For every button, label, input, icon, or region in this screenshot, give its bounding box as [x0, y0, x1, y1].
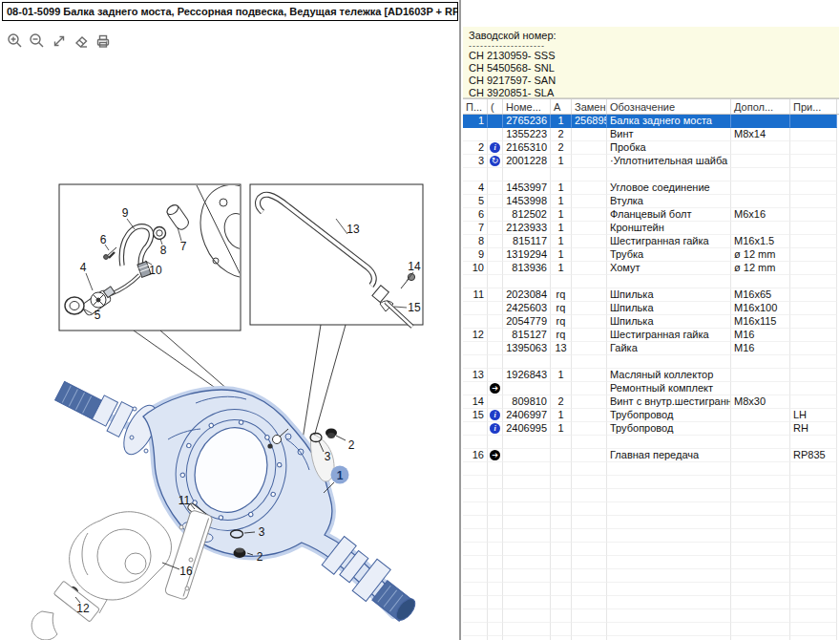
info-icon[interactable]: i: [490, 423, 500, 434]
table-row[interactable]: 2054779rqШпилькаM16x115: [463, 315, 839, 329]
diagram-callout-8[interactable]: 8: [160, 244, 167, 257]
cell-icon: [488, 355, 503, 369]
table-row[interactable]: ➔Ремонтный комплект: [463, 382, 839, 395]
cell-pos: 16: [463, 449, 488, 462]
cell-note: [790, 556, 837, 569]
diagram-callout-2[interactable]: 2: [257, 550, 263, 564]
table-row[interactable]: [463, 636, 839, 640]
table-row[interactable]: 2425603rqШпилькаM16x100: [463, 302, 839, 315]
diagram-callout-13[interactable]: 13: [346, 223, 359, 236]
table-row[interactable]: 1319268431Масляный коллектор: [463, 369, 839, 382]
table-row[interactable]: [463, 609, 839, 623]
table-row[interactable]: 1276523612568957Балка заднего моста: [463, 115, 839, 128]
column-header-7[interactable]: При...: [790, 99, 837, 114]
diagram-callout-9[interactable]: 9: [122, 206, 129, 220]
table-row[interactable]: [463, 476, 839, 489]
diagram-callout-1[interactable]: 1: [331, 466, 349, 484]
diagram-callout-6[interactable]: 6: [100, 233, 107, 246]
table-row[interactable]: i24069951ТрубопроводRH: [463, 422, 839, 436]
diagram-callout-16[interactable]: 16: [179, 565, 192, 578]
cell-pos: [463, 516, 488, 529]
cell-designation: Фланцевый болт: [607, 208, 731, 222]
table-row[interactable]: [463, 569, 839, 583]
cell-note: [790, 382, 837, 395]
cell-icon: [488, 315, 503, 329]
table-row[interactable]: [463, 436, 839, 449]
cell-note: [790, 583, 837, 596]
cell-number: 2406997: [503, 409, 551, 422]
replace-icon[interactable]: ↻: [490, 156, 500, 166]
column-header-1[interactable]: (: [488, 99, 503, 114]
table-row[interactable]: [463, 462, 839, 476]
table-row[interactable]: 68125021Фланцевый болтM6x16: [463, 208, 839, 222]
cell-replaced: [572, 195, 607, 208]
cell-icon: [488, 395, 503, 409]
cell-icon: [488, 609, 503, 623]
column-header-6[interactable]: Допол...: [731, 99, 790, 114]
table-row[interactable]: 112023084rqШпилькаM16x65: [463, 288, 839, 302]
table-row[interactable]: [463, 275, 839, 288]
table-row[interactable]: [463, 516, 839, 529]
diagram-callout-5[interactable]: 5: [94, 309, 101, 322]
cell-replaced: [572, 181, 607, 195]
table-row[interactable]: [463, 596, 839, 609]
cell-qty: 1: [551, 222, 572, 235]
diagram-callout-11[interactable]: 11: [178, 494, 190, 507]
table-row[interactable]: 139506313ГайкаM16: [463, 342, 839, 355]
axle-diagram[interactable]: 9687410513141523111321612: [0, 29, 458, 640]
diagram-callout-3[interactable]: 3: [259, 525, 265, 539]
diagram-callout-14[interactable]: 14: [408, 260, 420, 273]
table-row[interactable]: [463, 543, 839, 556]
exchange-icon[interactable]: ➔: [490, 383, 500, 394]
column-header-3[interactable]: А: [551, 99, 572, 114]
cell-pos: [463, 168, 488, 181]
cell-designation: [607, 623, 731, 636]
cell-designation: [607, 529, 731, 543]
diagram-callout-2[interactable]: 2: [348, 438, 355, 452]
cell-qty: [551, 436, 572, 449]
table-row[interactable]: 721239331Кронштейн: [463, 222, 839, 235]
cell-designation: Трубопровод: [607, 409, 731, 422]
table-row[interactable]: 15i24069971ТрубопроводLH: [463, 409, 839, 422]
column-header-4[interactable]: Замен...: [572, 99, 607, 114]
info-icon[interactable]: i: [490, 410, 500, 420]
table-row[interactable]: [463, 556, 839, 569]
table-row[interactable]: [463, 168, 839, 181]
diagram-callout-10[interactable]: 10: [149, 264, 161, 277]
table-row[interactable]: [463, 489, 839, 502]
table-row[interactable]: 13552232ВинтM8x14: [463, 128, 839, 141]
cell-number: 1355223: [503, 128, 551, 141]
table-row[interactable]: 2i21653102Пробка: [463, 141, 839, 155]
table-row[interactable]: 414539971Угловое соединение: [463, 181, 839, 195]
table-row[interactable]: 148098102Винт с внутр.шестигранникомM8x3…: [463, 395, 839, 409]
diagram-callout-7[interactable]: 7: [180, 240, 187, 253]
table-row[interactable]: [463, 583, 839, 596]
diagram-callout-12[interactable]: 12: [76, 602, 89, 615]
table-row[interactable]: 514539981Втулка: [463, 195, 839, 208]
cell-qty: rq: [551, 315, 572, 329]
table-row[interactable]: 108139361Хомутø 12 mm: [463, 262, 839, 275]
column-header-2[interactable]: Номе...: [503, 99, 551, 114]
table-row[interactable]: [463, 502, 839, 516]
table-row[interactable]: 16➔Главная передачаRP835: [463, 449, 839, 462]
cell-number: 2765236: [503, 115, 551, 128]
table-row[interactable]: 3↻20012281·Уплотнительная шайба: [463, 155, 839, 168]
diagram-callout-3[interactable]: 3: [325, 450, 331, 463]
table-row[interactable]: [463, 529, 839, 543]
table-row[interactable]: [463, 623, 839, 636]
column-header-5[interactable]: Обозначение: [607, 99, 731, 114]
cell-qty: 1: [551, 208, 572, 222]
table-row[interactable]: 88151171Шестигранная гайкаM16x1.5: [463, 235, 839, 248]
diagram-callout-15[interactable]: 15: [408, 301, 420, 314]
exchange-icon[interactable]: ➔: [490, 450, 500, 460]
table-row[interactable]: 913192941Трубкаø 12 mm: [463, 248, 839, 262]
column-header-0[interactable]: П...: [463, 99, 488, 114]
axle-drawing: [0, 29, 458, 640]
cell-designation: Трубопровод: [607, 422, 731, 436]
info-icon[interactable]: i: [490, 142, 500, 153]
table-row[interactable]: [463, 355, 839, 369]
cell-pos: [463, 275, 488, 288]
diagram-callout-4[interactable]: 4: [80, 261, 87, 274]
cell-replaced: [572, 288, 607, 302]
table-row[interactable]: 12815127rqШестигранная гайкаM16: [463, 329, 839, 342]
